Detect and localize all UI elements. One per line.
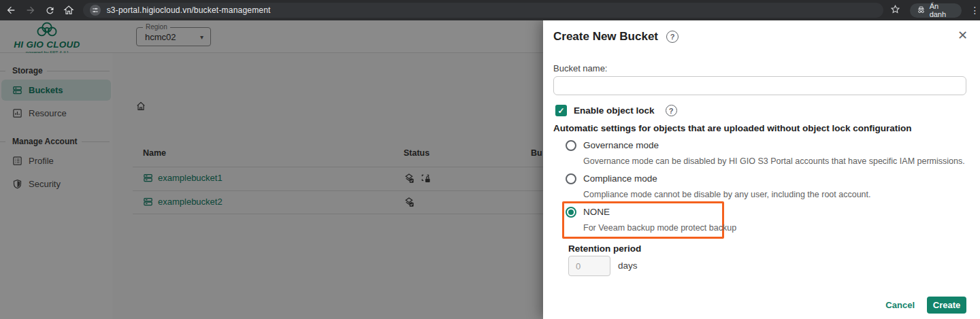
create-button[interactable]: Create bbox=[927, 297, 966, 314]
incognito-icon bbox=[917, 5, 926, 16]
retention-period-label: Retention period bbox=[568, 244, 641, 254]
back-icon[interactable] bbox=[3, 3, 19, 18]
modal-footer: Cancel Create bbox=[885, 297, 966, 314]
url-text[interactable]: s3-portal.higiocloud.vn/bucket-managemen… bbox=[107, 5, 271, 15]
incognito-chip-label: Ẩn danh bbox=[930, 2, 955, 18]
bucket-name-label: Bucket name: bbox=[553, 63, 608, 73]
bookmark-star-icon[interactable] bbox=[890, 4, 900, 17]
create-bucket-modal: Create New Bucket ? ✕ Bucket name: ✓ Ena… bbox=[543, 20, 980, 319]
retention-unit-label: days bbox=[618, 261, 638, 271]
forward-icon[interactable] bbox=[22, 3, 38, 18]
radio-governance-mode[interactable] bbox=[566, 140, 576, 151]
radio-none-description: For Veeam backup mode protect backup bbox=[583, 223, 736, 233]
bucket-name-input[interactable] bbox=[553, 76, 966, 95]
radio-none[interactable] bbox=[566, 207, 576, 218]
radio-compliance-description: Compliance mode cannot be disable by any… bbox=[583, 190, 871, 199]
url-bar[interactable]: s3-portal.higiocloud.vn/bucket-managemen… bbox=[83, 3, 883, 18]
checkbox-checked-icon[interactable]: ✓ bbox=[555, 105, 567, 116]
radio-compliance-mode[interactable] bbox=[566, 173, 576, 184]
radio-governance-description: Governance mode can be disabled by HI GI… bbox=[583, 156, 965, 166]
modal-title: Create New Bucket bbox=[553, 30, 658, 44]
help-icon[interactable]: ? bbox=[666, 31, 679, 43]
enable-object-lock-label: Enable object lock bbox=[574, 105, 655, 116]
site-settings-icon[interactable] bbox=[90, 5, 101, 16]
radio-none-label[interactable]: NONE bbox=[583, 207, 610, 217]
radio-governance-label[interactable]: Governance mode bbox=[583, 140, 659, 150]
retention-period-input[interactable] bbox=[568, 256, 610, 276]
reload-icon[interactable] bbox=[42, 3, 58, 18]
help-icon[interactable]: ? bbox=[666, 105, 677, 116]
radio-compliance-label[interactable]: Compliance mode bbox=[583, 173, 657, 184]
home-icon[interactable] bbox=[61, 3, 77, 18]
kebab-menu-icon[interactable]: ⋮ bbox=[970, 5, 980, 16]
incognito-chip[interactable]: Ẩn danh bbox=[910, 3, 962, 18]
close-icon[interactable]: ✕ bbox=[958, 29, 968, 41]
enable-object-lock-row[interactable]: ✓ Enable object lock ? bbox=[555, 105, 677, 116]
browser-toolbar: s3-portal.higiocloud.vn/bucket-managemen… bbox=[0, 0, 980, 20]
auto-settings-heading: Automatic settings for objects that are … bbox=[553, 123, 912, 133]
page-content: HI GIO CLOUD powered by FPT & IIJ Region… bbox=[0, 20, 980, 319]
cancel-button[interactable]: Cancel bbox=[885, 300, 915, 310]
